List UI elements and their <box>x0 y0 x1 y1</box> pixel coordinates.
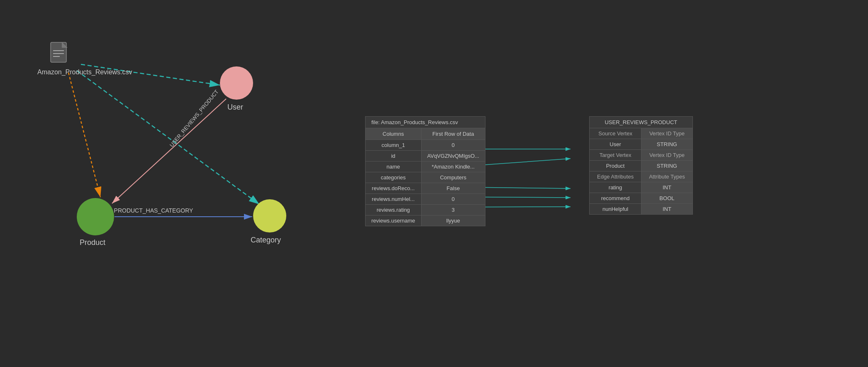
node-category <box>253 199 286 232</box>
mapping-row-value: INT <box>641 204 692 215</box>
mapping-row-value: INT <box>641 182 692 193</box>
file-table-row: reviews.numHel...0 <box>366 194 485 205</box>
file-row-val: AVqVGZNvQMIgsO... <box>421 151 485 161</box>
right-panel: file: Amazon_Products_Reviews.csv Column… <box>340 0 868 367</box>
mapping-table-row: Edge AttributesAttribute Types <box>590 171 693 182</box>
edge-file-to-product <box>68 73 100 197</box>
file-table-row: reviews.doReco...False <box>366 183 485 194</box>
mapping-table-row: ratingINT <box>590 182 693 193</box>
file-table-row: reviews.rating3 <box>366 205 485 215</box>
file-table-row: categoriesComputers <box>366 172 485 183</box>
file-row-col: reviews.rating <box>366 205 422 215</box>
main-container: USER_REVIEWS_PRODUCT PRODUCT_HAS_CATEGOR… <box>0 0 868 367</box>
edge-label-user-reviews-product: USER_REVIEWS_PRODUCT <box>168 88 220 148</box>
mapping-table: USER_REVIEWS_PRODUCT Source VertexVertex… <box>589 116 693 215</box>
file-row-col: reviews.doReco... <box>366 183 422 194</box>
mapping-row-label: rating <box>590 182 641 193</box>
graph-panel: USER_REVIEWS_PRODUCT PRODUCT_HAS_CATEGOR… <box>0 0 340 367</box>
col-header-columns: Columns <box>366 128 422 140</box>
mapping-row-label: Product <box>590 161 641 171</box>
mapping-row-value: STRING <box>641 139 692 150</box>
edge-user-to-product <box>112 99 226 203</box>
mapping-table-row: Target VertexVertex ID Type <box>590 150 693 161</box>
file-label: Amazon_Products_Reviews.csv <box>37 69 132 76</box>
mapping-title: USER_REVIEWS_PRODUCT <box>590 117 693 128</box>
mapping-row-label: Source Vertex <box>590 128 641 139</box>
file-data-table: file: Amazon_Products_Reviews.csv Column… <box>365 116 485 226</box>
file-row-val: 0 <box>421 140 485 151</box>
mapping-table-row: nunHelpfulINT <box>590 204 693 215</box>
file-table-row: reviews.usernamellyyue <box>366 215 485 226</box>
mapping-table-row: UserSTRING <box>590 139 693 150</box>
mapping-row-value: STRING <box>641 161 692 171</box>
mapping-row-label: Edge Attributes <box>590 171 641 182</box>
edge-label-product-has-category: PRODUCT_HAS_CATEGORY <box>114 207 194 214</box>
file-row-val: 0 <box>421 194 485 205</box>
file-row-col: name <box>366 161 422 172</box>
file-table-header: file: Amazon_Products_Reviews.csv <box>366 117 485 128</box>
file-svg <box>50 42 71 66</box>
file-row-val: Computers <box>421 172 485 183</box>
file-row-col: categories <box>366 172 422 183</box>
file-table-body: column_10idAVqVGZNvQMIgsO...name*Amazon … <box>366 140 485 226</box>
node-product-label: Product <box>80 238 105 247</box>
mapping-row-label: User <box>590 139 641 150</box>
mapping-table-row: Source VertexVertex ID Type <box>590 128 693 139</box>
mapping-row-label: nunHelpful <box>590 204 641 215</box>
mapping-row-label: recommend <box>590 193 641 204</box>
file-row-col: column_1 <box>366 140 422 151</box>
mapping-table-row: recommendBOOL <box>590 193 693 204</box>
file-table: file: Amazon_Products_Reviews.csv Column… <box>365 116 485 226</box>
mapping-table-container: USER_REVIEWS_PRODUCT Source VertexVertex… <box>589 116 693 215</box>
file-row-val: False <box>421 183 485 194</box>
file-row-col: reviews.username <box>366 215 422 226</box>
mapping-table-body: Source VertexVertex ID TypeUserSTRINGTar… <box>590 128 693 215</box>
file-row-val: llyyue <box>421 215 485 226</box>
mapping-table-row: ProductSTRING <box>590 161 693 171</box>
col-header-first-row: First Row of Data <box>421 128 485 140</box>
file-row-val: 3 <box>421 205 485 215</box>
file-table-row: column_10 <box>366 140 485 151</box>
node-category-label: Category <box>251 236 281 245</box>
file-row-val: *Amazon Kindle... <box>421 161 485 172</box>
file-table-row: idAVqVGZNvQMIgsO... <box>366 151 485 161</box>
file-row-col: id <box>366 151 422 161</box>
file-icon: Amazon_Products_Reviews.csv <box>50 42 71 66</box>
mapping-row-value: Vertex ID Type <box>641 128 692 139</box>
node-product <box>77 198 114 235</box>
mapping-row-label: Target Vertex <box>590 150 641 161</box>
mapping-row-value: Attribute Types <box>641 171 692 182</box>
mapping-row-value: Vertex ID Type <box>641 150 692 161</box>
file-table-row: name*Amazon Kindle... <box>366 161 485 172</box>
file-row-col: reviews.numHel... <box>366 194 422 205</box>
node-user-label: User <box>227 103 243 112</box>
mapping-row-value: BOOL <box>641 193 692 204</box>
node-user <box>220 66 253 100</box>
